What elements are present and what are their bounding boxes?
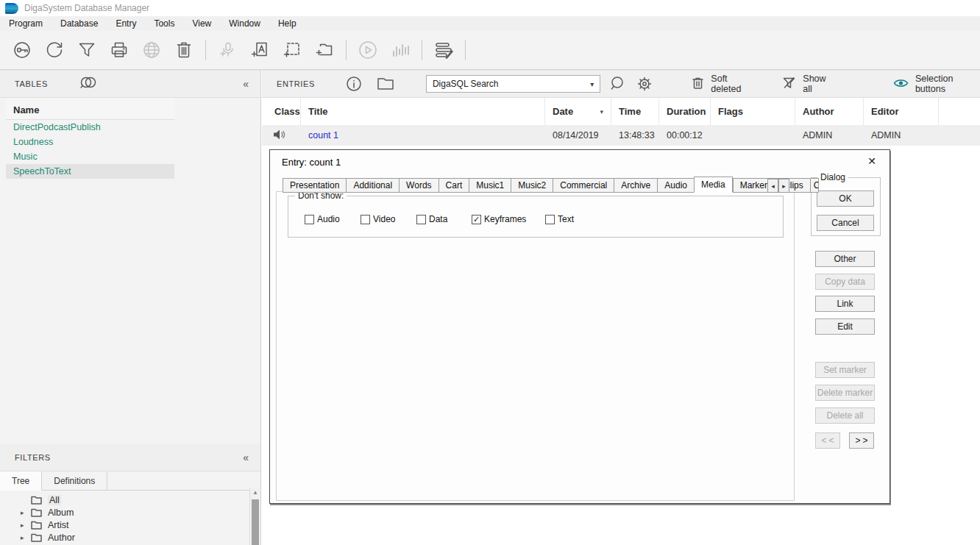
soft-deleted-toggle[interactable]: Soft deleted — [692, 74, 756, 94]
table-row[interactable]: Music — [6, 149, 174, 164]
gear-icon[interactable] — [636, 75, 653, 93]
tree-item[interactable]: All — [0, 494, 249, 506]
tab-partial[interactable]: C — [810, 178, 819, 193]
column-header-time[interactable]: Time — [611, 98, 659, 125]
dialog-title: Entry: count 1 — [282, 157, 341, 168]
entry-editor: ADMIN — [864, 130, 939, 140]
checkbox-audio[interactable]: Audio — [305, 214, 361, 224]
column-header-title[interactable]: Title — [301, 98, 545, 125]
digasql-search-combobox[interactable]: DigaSQL Search ▾ — [426, 75, 600, 93]
tab-presentation[interactable]: Presentation — [283, 178, 346, 193]
menu-window[interactable]: Window — [220, 18, 269, 29]
table-row-selected[interactable]: SpeechToText — [6, 164, 174, 179]
chevron-down-icon[interactable]: ▾ — [590, 80, 594, 88]
edit-list-icon[interactable] — [427, 37, 460, 63]
tab-scroll-right-icon[interactable]: ▸ — [778, 179, 789, 193]
entry-author: ADMIN — [795, 130, 864, 140]
next-entry-button[interactable]: >> — [849, 432, 874, 449]
show-all-toggle[interactable]: Show all — [782, 74, 834, 94]
tree-item[interactable]: ▸ Author — [0, 531, 249, 544]
checkbox-box[interactable] — [361, 215, 370, 224]
expander-icon[interactable]: ▸ — [21, 521, 31, 529]
tables-search-icon[interactable] — [79, 75, 98, 93]
table-row[interactable]: DirectPodcastPublish — [6, 120, 174, 135]
entry-title-link[interactable]: count 1 — [308, 130, 338, 140]
menu-view[interactable]: View — [183, 18, 220, 29]
tab-scroll-left-icon[interactable]: ◂ — [767, 179, 778, 193]
filter-icon[interactable] — [71, 37, 103, 63]
delete-icon[interactable] — [168, 37, 200, 63]
tab-media[interactable]: Media — [694, 177, 733, 193]
column-header-class[interactable]: Class — [262, 98, 301, 125]
add-text-icon[interactable] — [244, 37, 276, 63]
tree-item[interactable]: ▸ Album — [0, 506, 249, 519]
tables-list: Name DirectPodcastPublish Loudness Music… — [6, 98, 174, 179]
key-icon[interactable] — [6, 37, 38, 63]
checkbox-box[interactable] — [545, 215, 555, 224]
tab-commercial[interactable]: Commercial — [553, 178, 614, 193]
add-folder-icon[interactable] — [308, 37, 341, 63]
checkbox-text[interactable]: Text — [545, 214, 574, 224]
add-selection-icon[interactable] — [276, 37, 308, 63]
sort-desc-icon[interactable]: ▾ — [600, 108, 603, 115]
tab-tree[interactable]: Tree — [0, 471, 42, 491]
info-icon[interactable] — [346, 76, 362, 92]
link-button[interactable]: Link — [815, 296, 875, 312]
scrollbar-thumb[interactable] — [252, 499, 259, 545]
tree-item[interactable]: ▸ Artist — [0, 519, 249, 531]
tree-scrollbar[interactable]: ▲ — [249, 488, 260, 545]
menu-program[interactable]: Program — [0, 18, 52, 29]
other-button[interactable]: Other — [815, 251, 875, 267]
tab-archive[interactable]: Archive — [614, 178, 657, 193]
menu-entry[interactable]: Entry — [107, 18, 145, 29]
app-logo-icon — [5, 3, 18, 14]
checkbox-keyframes[interactable]: ✓ Keyframes — [472, 214, 545, 224]
tab-words[interactable]: Words — [399, 178, 438, 193]
tab-additional[interactable]: Additional — [346, 178, 399, 193]
refresh-icon[interactable] — [38, 37, 71, 63]
expander-icon[interactable]: ▸ — [21, 509, 31, 516]
menu-database[interactable]: Database — [52, 18, 107, 29]
tab-music2[interactable]: Music2 — [511, 178, 553, 193]
search-icon[interactable] — [609, 75, 627, 93]
dialog-titlebar[interactable]: Entry: count 1 ✕ — [270, 150, 890, 174]
checkbox-box[interactable] — [416, 215, 426, 224]
menu-tools[interactable]: Tools — [145, 18, 183, 29]
column-header-flags[interactable]: Flags — [711, 98, 795, 125]
folder-icon — [31, 496, 42, 505]
tables-title: TABLES — [15, 79, 48, 88]
menu-help[interactable]: Help — [269, 18, 305, 29]
column-header-author[interactable]: Author — [795, 98, 864, 125]
tab-audio[interactable]: Audio — [657, 178, 694, 193]
tables-column-header[interactable]: Name — [6, 98, 174, 120]
web-icon — [135, 37, 168, 63]
column-header-editor[interactable]: Editor — [864, 98, 939, 125]
selection-buttons-toggle[interactable]: Selection buttons — [893, 74, 980, 94]
filters-collapse-icon[interactable]: « — [243, 452, 249, 463]
dialog-group-label: Dialog — [817, 172, 848, 182]
filter-off-icon — [782, 76, 796, 92]
app-window: DigaSystem Database Manager Program Data… — [0, 0, 980, 545]
close-icon[interactable]: ✕ — [864, 155, 879, 167]
table-row[interactable]: Loudness — [6, 135, 174, 149]
entry-row[interactable]: count 1 08/14/2019 13:48:33 00:00:12 ADM… — [262, 125, 980, 146]
checkbox-data[interactable]: Data — [416, 214, 472, 224]
checkbox-video[interactable]: Video — [361, 214, 416, 224]
tab-definitions[interactable]: Definitions — [42, 471, 107, 490]
tab-cart[interactable]: Cart — [438, 178, 469, 193]
folder-icon[interactable] — [377, 76, 394, 91]
tables-collapse-icon[interactable]: « — [243, 78, 249, 90]
checkbox-box-checked[interactable]: ✓ — [472, 215, 481, 224]
print-icon[interactable] — [103, 37, 135, 63]
edit-button[interactable]: Edit — [815, 318, 875, 335]
column-header-duration[interactable]: Duration — [659, 98, 711, 125]
filters-tabs: Tree Definitions — [0, 471, 260, 491]
column-header-date[interactable]: Date ▾ — [545, 98, 611, 125]
scroll-up-icon[interactable]: ▲ — [250, 488, 260, 498]
checkbox-box[interactable] — [305, 215, 314, 224]
tables-panel-header: TABLES « — [0, 70, 260, 98]
tab-music1[interactable]: Music1 — [469, 178, 511, 193]
expander-icon[interactable]: ▸ — [21, 534, 31, 541]
play-icon — [352, 37, 384, 63]
entries-table-header: Class Title Date ▾ Time Duration Flags A… — [262, 98, 980, 125]
